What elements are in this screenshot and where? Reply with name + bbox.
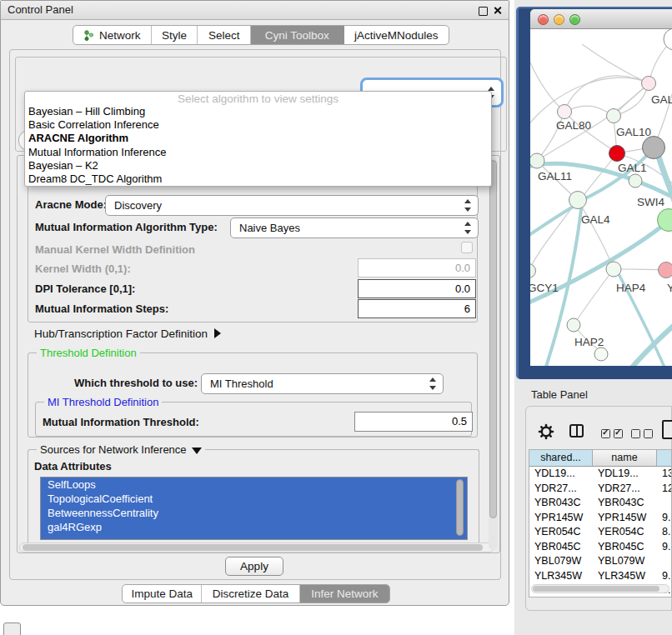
control-panel-tabbar: Network Style Select Cyni Toolbox jActiv… [73, 25, 449, 45]
dropdown-item-dream8[interactable]: Dream8 DC_TDC Algorithm [25, 172, 491, 186]
node-partial-top[interactable] [664, 29, 672, 50]
unchecked-columns-icon[interactable] [629, 427, 654, 442]
split-view-icon[interactable] [569, 424, 584, 438]
manual-kernel-checkbox[interactable] [461, 242, 473, 253]
aracne-mode-combobox[interactable]: Discovery [105, 195, 479, 216]
manual-kernel-label: Manual Kernel Width Definition [35, 243, 195, 256]
mi-type-label: Mutual Information Algorithm Type: [35, 221, 218, 233]
hub-definition-expander[interactable]: Hub/Transcription Factor Definition [34, 326, 221, 341]
tab-cyni-toolbox-label: Cyni Toolbox [265, 29, 329, 42]
tab-discretize-data[interactable]: Discretize Data [202, 585, 299, 602]
table-row[interactable]: YBL079WYBL079W [529, 554, 671, 569]
tab-select[interactable]: Select [198, 26, 251, 44]
column-header-shared[interactable]: shared... [529, 450, 593, 466]
tab-impute-data[interactable]: Impute Data [123, 585, 202, 602]
control-panel-title: Control Panel [8, 3, 73, 16]
dropdown-item-bayesian-hill-climbing[interactable]: Bayesian – Hill Climbing [25, 105, 491, 118]
node-pink-right[interactable] [659, 262, 672, 278]
which-threshold-value: MI Threshold [210, 378, 273, 390]
table-row[interactable]: YPR145WYPR145W9. [529, 511, 671, 526]
tab-style[interactable]: Style [152, 26, 198, 44]
sources-legend: Sources for Network Inference [37, 443, 205, 456]
which-threshold-combobox[interactable]: MI Threshold [201, 373, 444, 394]
network-canvas[interactable]: GAL GAL80 GAL10 GAL1 GAL11 SWI4 GAL4 GCY… [530, 29, 672, 366]
attribute-gal4rgexp[interactable]: gal4RGexp [41, 520, 467, 534]
label-y-partial: Y [667, 282, 672, 294]
attributes-scrollbar[interactable] [455, 479, 464, 538]
node-gal80[interactable] [558, 105, 572, 119]
network-icon [83, 30, 94, 41]
label-gal4: GAL4 [581, 213, 610, 226]
tab-network[interactable]: Network [73, 26, 152, 44]
node-gray-large[interactable] [643, 137, 665, 159]
combo-stepper-icon [464, 222, 472, 234]
node-gal2[interactable] [642, 77, 656, 91]
tab-cyni-toolbox[interactable]: Cyni Toolbox [251, 26, 344, 44]
zoom-traffic-light-icon[interactable] [569, 14, 580, 25]
column-header-partial[interactable] [657, 450, 671, 466]
table-row[interactable]: YBR045CYBR045C9. [529, 540, 671, 555]
close-traffic-light-icon[interactable] [538, 14, 549, 25]
apply-button-label: Apply [240, 560, 268, 572]
node-gcy1[interactable] [530, 264, 536, 278]
node-gal10[interactable] [607, 109, 621, 123]
control-panel-window: Control Panel Network Style Select Cyni … [0, 0, 509, 606]
table-row[interactable]: YLR345WYLR345W9. [529, 569, 671, 584]
dropdown-item-aracne[interactable]: ARACNE Algorithm [25, 132, 491, 145]
mi-type-combobox[interactable]: Naive Bayes [230, 218, 479, 238]
tab-style-label: Style [162, 29, 187, 42]
kernel-width-label: Kernel Width (0,1): [35, 262, 131, 275]
settings-vertical-scrollbar[interactable] [489, 158, 498, 550]
cyni-algorithm-settings-group: Cyni Algorithm Settings Algorithm Defini… [17, 155, 500, 553]
tab-infer-network[interactable]: Infer Network [300, 585, 389, 602]
node-hap2[interactable] [567, 318, 580, 332]
mi-threshold-legend: MI Threshold Definition [44, 396, 162, 408]
minimized-panel-icon[interactable] [3, 622, 21, 635]
attribute-selfloops[interactable]: SelfLoops [41, 478, 467, 492]
node-gal4[interactable] [569, 192, 587, 209]
hub-definition-label: Hub/Transcription Factor Definition [34, 328, 208, 340]
table-panel: shared... name YDL19...YDL19...13 YDR27.… [525, 406, 672, 611]
table-row[interactable]: YDL19...YDL19...13 [529, 467, 671, 482]
dropdown-item-bayesian-k2[interactable]: Bayesian – K2 [25, 159, 491, 172]
node-gal11[interactable] [530, 153, 544, 168]
settings-horizontal-scrollbar[interactable] [19, 542, 494, 552]
table-row[interactable]: YBR043CYBR043C [529, 496, 671, 511]
document-icon[interactable] [662, 420, 672, 439]
node-swi4[interactable] [629, 174, 642, 188]
close-icon[interactable] [493, 6, 502, 15]
node-hap4[interactable] [606, 262, 621, 277]
network-view-window: GAL GAL80 GAL10 GAL1 GAL11 SWI4 GAL4 GCY… [516, 7, 672, 379]
dropdown-placeholder: Select algorithm to view settings [25, 92, 491, 105]
combo-stepper-icon [429, 378, 437, 390]
dropdown-item-mutual-information[interactable]: Mutual Information Inference [25, 146, 491, 159]
tab-jactivemnodules[interactable]: jActiveMNodules [344, 26, 449, 44]
attribute-topologicalcoefficient[interactable]: TopologicalCoefficient [41, 492, 467, 506]
data-attributes-label: Data Attributes [34, 460, 112, 472]
cyni-toolbox-pane: galFiltered.sif default node Select algo… [9, 49, 501, 580]
threshold-definition-group: Threshold Definition Which threshold to … [28, 352, 478, 438]
attribute-betweennesscentrality[interactable]: BetweennessCentrality [41, 506, 467, 520]
node-gal1-red[interactable] [609, 146, 625, 162]
float-window-icon[interactable] [479, 7, 488, 16]
table-row[interactable]: YDR27...YDR27...12 [529, 482, 671, 497]
sources-legend-text: Sources for Network Inference [40, 443, 187, 456]
minimize-traffic-light-icon[interactable] [554, 14, 564, 25]
mi-steps-field[interactable]: 6 [358, 299, 476, 318]
network-window-titlebar [530, 9, 672, 29]
mi-threshold-value: 0.5 [452, 415, 467, 428]
dropdown-item-basic-correlation[interactable]: Basic Correlation Inference [25, 118, 491, 132]
expander-arrow-icon [214, 328, 221, 338]
apply-button[interactable]: Apply [225, 557, 283, 576]
checked-columns-icon[interactable] [599, 427, 624, 442]
mi-threshold-group: MI Threshold Definition Mutual Informati… [35, 402, 472, 437]
node-partial-bottom[interactable] [594, 348, 608, 361]
table-row[interactable]: YER054CYER054C8. [529, 525, 671, 540]
column-header-name[interactable]: name [593, 450, 657, 466]
dpi-tolerance-field[interactable]: 0.0 [358, 279, 476, 298]
table-horizontal-scrollbar[interactable] [531, 584, 669, 593]
gear-icon[interactable] [538, 423, 554, 440]
kernel-width-field[interactable]: 0.0 [358, 258, 476, 278]
mi-threshold-field[interactable]: 0.5 [354, 412, 473, 432]
label-gal: GAL [651, 93, 672, 106]
